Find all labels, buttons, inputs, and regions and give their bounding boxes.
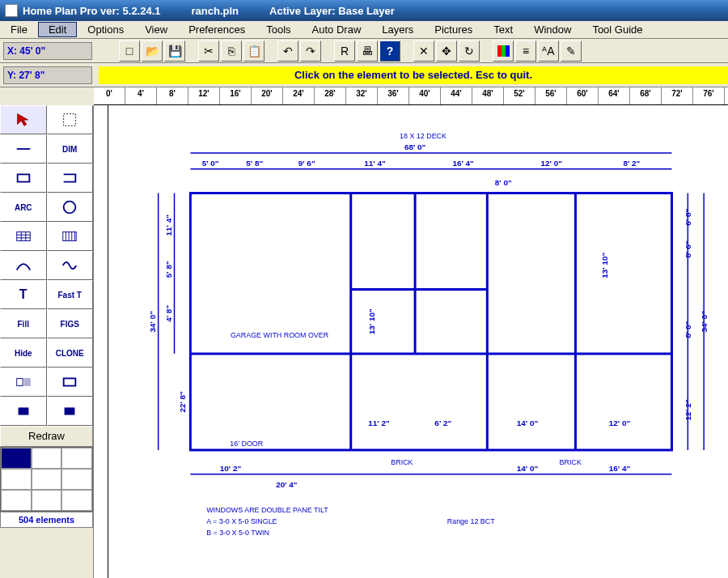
title-bar: Home Plan Pro ver: 5.2.24.1 ranch.pln Ac… [0, 0, 728, 21]
preview-icon[interactable]: R [334, 40, 355, 62]
menu-edit[interactable]: Edit [38, 22, 77, 37]
menu-text[interactable]: Text [483, 22, 523, 37]
svg-text:11' 2": 11' 2" [368, 419, 390, 427]
copy-icon[interactable]: ⎘ [221, 40, 242, 62]
app-title: Home Plan Pro ver: 5.2.24.1 [23, 5, 161, 17]
curve2-tool[interactable] [47, 251, 94, 280]
dim-tool[interactable]: DIM [47, 134, 94, 164]
cut-icon[interactable]: ✂ [198, 40, 219, 62]
ruler-tick: 76' [693, 87, 725, 104]
move-icon[interactable]: ✥ [436, 40, 457, 62]
svg-rect-17 [18, 407, 28, 414]
lines-icon[interactable]: ≡ [515, 40, 536, 62]
menu-window[interactable]: Window [523, 22, 582, 37]
svg-rect-18 [65, 407, 75, 414]
color-swatch[interactable] [32, 490, 62, 511]
ruler-tick: 12' [188, 87, 220, 104]
select-arrow[interactable] [0, 105, 47, 134]
print-icon[interactable]: 🖶 [357, 40, 378, 62]
svg-text:10' 2": 10' 2" [220, 464, 242, 473]
figs-tool[interactable]: FIGS [47, 309, 94, 338]
svg-rect-2 [17, 174, 29, 181]
svg-text:9' 6": 9' 6" [298, 159, 315, 168]
clone-tool[interactable]: CLONE [47, 338, 94, 368]
redo-icon[interactable]: ↷ [300, 40, 321, 62]
color-swatch[interactable] [1, 448, 32, 469]
svg-text:34' 0": 34' 0" [700, 311, 709, 333]
color-swatch[interactable] [1, 490, 32, 511]
color-swatch[interactable] [61, 490, 92, 511]
ruler-tick: 8' [157, 87, 188, 104]
svg-point-3 [64, 202, 76, 214]
arc-tool[interactable]: ARC [0, 193, 47, 222]
paste-icon[interactable]: 📋 [243, 40, 265, 62]
svg-text:12' 2": 12' 2" [684, 399, 692, 421]
flip-v-tool[interactable] [47, 368, 94, 397]
brush-icon[interactable]: ✎ [561, 40, 582, 62]
svg-text:B = 3-0 X 5-0 TWIN: B = 3-0 X 5-0 TWIN [206, 529, 269, 537]
hatch2-tool[interactable] [47, 222, 94, 251]
floorplan-drawing[interactable]: 68' 0" 18 X 12 DECK 5' 0"5' 8"9' 6"11' 4… [126, 121, 720, 570]
menu-tools[interactable]: Tools [256, 22, 301, 37]
menu-pictures[interactable]: Pictures [424, 22, 483, 37]
fill-tool[interactable]: Fill [0, 309, 47, 338]
menu-preferences[interactable]: Preferences [178, 22, 256, 37]
file-name: ranch.pln [192, 5, 239, 17]
svg-text:BRICK: BRICK [391, 458, 413, 466]
svg-text:4' 8": 4' 8" [164, 305, 173, 322]
svg-text:68' 0": 68' 0" [404, 142, 426, 151]
line-tool[interactable] [0, 134, 47, 164]
fast-text-tool[interactable]: Fast T [47, 280, 94, 309]
box1-tool[interactable] [0, 397, 47, 426]
box2-tool[interactable] [47, 397, 94, 426]
circle-tool[interactable] [47, 193, 94, 222]
help-icon[interactable]: ? [379, 40, 400, 62]
menu-auto-draw[interactable]: Auto Draw [302, 22, 372, 37]
new-file-icon[interactable]: □ [119, 40, 140, 62]
color-swatch[interactable] [61, 448, 92, 469]
svg-text:8' 0": 8' 0" [495, 178, 512, 187]
rect-open-tool[interactable] [47, 164, 94, 193]
font-icon[interactable]: ᴬA [538, 40, 559, 62]
save-icon[interactable]: 💾 [164, 40, 185, 62]
svg-text:11' 4": 11' 4" [364, 159, 386, 168]
svg-text:6' 2": 6' 2" [434, 419, 451, 427]
redraw-button[interactable]: Redraw [0, 426, 93, 447]
ruler-tick: 24' [283, 87, 315, 104]
hatch1-tool[interactable] [0, 222, 47, 251]
ruler-tick: 0' [94, 87, 125, 104]
drawing-canvas[interactable]: 68' 0" 18 X 12 DECK 5' 0"5' 8"9' 6"11' 4… [94, 105, 728, 578]
text-tool[interactable]: T [0, 280, 47, 309]
open-file-icon[interactable]: 📂 [142, 40, 163, 62]
x-coord-readout: X: 45' 0" [3, 42, 92, 60]
marquee-select[interactable] [47, 105, 94, 134]
menu-layers[interactable]: Layers [371, 22, 424, 37]
ruler-tick: 72' [662, 87, 693, 104]
svg-text:12' 0": 12' 0" [609, 419, 631, 427]
color-icon[interactable] [493, 40, 514, 62]
color-swatch[interactable] [32, 448, 62, 469]
flip-h-tool[interactable] [0, 368, 47, 397]
color-swatch[interactable] [61, 469, 92, 490]
menu-view[interactable]: View [134, 22, 178, 37]
ruler-tick: 32' [346, 87, 378, 104]
menu-file[interactable]: File [0, 22, 38, 37]
color-swatch[interactable] [1, 469, 32, 490]
color-palette[interactable] [0, 447, 93, 512]
menu-tool-guide[interactable]: Tool Guide [582, 22, 653, 37]
ruler-tick: 40' [409, 87, 441, 104]
svg-text:18 X 12 DECK: 18 X 12 DECK [400, 132, 447, 140]
undo-icon[interactable]: ↶ [277, 40, 298, 62]
svg-text:5' 0": 5' 0" [202, 159, 219, 168]
rect-tool[interactable] [0, 164, 47, 193]
color-swatch[interactable] [32, 469, 62, 490]
ruler-tick: 48' [472, 87, 504, 104]
toolbar-row-2: Y: 27' 8" Click on the element to be sel… [0, 63, 728, 87]
rotate-icon[interactable]: ↻ [459, 40, 480, 62]
curve-tool[interactable] [0, 251, 47, 280]
ruler-tick: 52' [504, 87, 535, 104]
menu-options[interactable]: Options [77, 22, 134, 37]
ruler-tick: 20' [252, 87, 283, 104]
delete-icon[interactable]: ✕ [413, 40, 434, 62]
hide-tool[interactable]: Hide [0, 338, 47, 368]
